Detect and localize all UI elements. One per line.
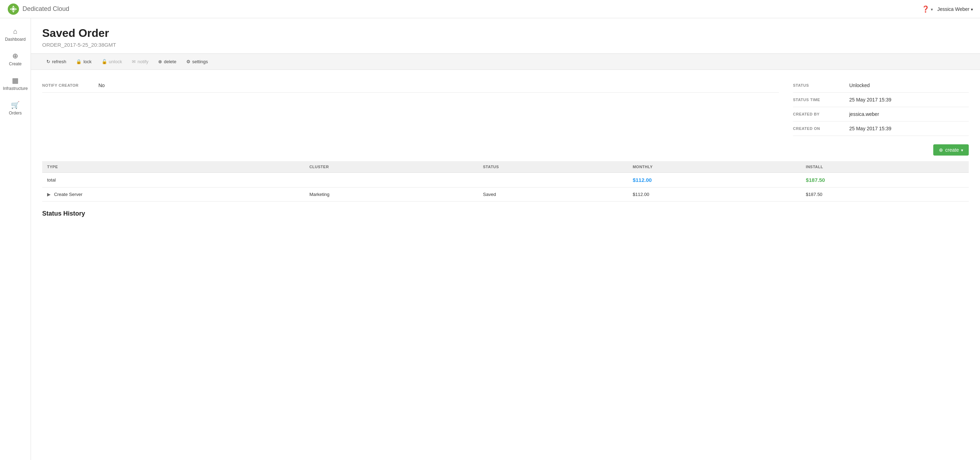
info-row-status-time: STATUS TIME 25 May 2017 15:39 — [793, 93, 969, 107]
refresh-button[interactable]: ↻ refresh — [42, 57, 70, 66]
sidebar-item-infrastructure[interactable]: ▦ Infrastructure — [0, 73, 30, 94]
row-status-cell: Saved — [478, 187, 628, 201]
lock-icon: 🔒 — [76, 59, 81, 64]
notify-creator-value: No — [99, 82, 105, 88]
infrastructure-icon: ▦ — [12, 76, 19, 85]
row-cluster-cell: Marketing — [304, 187, 478, 201]
status-history-title: Status History — [42, 210, 969, 217]
col-header-status: STATUS — [478, 161, 628, 173]
help-icon: ❓ — [922, 5, 929, 13]
create-btn-label: create — [945, 147, 959, 153]
centurylink-logo-icon — [7, 3, 20, 16]
svg-point-1 — [12, 8, 15, 11]
create-btn-row: ⊕ create — [31, 144, 980, 161]
status-time-label: STATUS TIME — [793, 98, 849, 102]
nav-right: ❓ Jessica Weber — [922, 5, 973, 13]
page-header: Saved Order ORDER_2017-5-25_20:38GMT — [31, 18, 980, 54]
info-row-notify-creator: NOTIFY CREATOR No — [42, 78, 779, 93]
sidebar-label-create: Create — [9, 62, 21, 67]
total-monthly-value: $112.00 — [633, 177, 652, 183]
total-monthly-cell: $112.00 — [628, 173, 801, 187]
sidebar: ⌂ Dashboard ⊕ Create ▦ Infrastructure 🛒 … — [0, 18, 31, 460]
sidebar-label-orders: Orders — [9, 111, 22, 116]
col-header-type: TYPE — [42, 161, 304, 173]
col-header-cluster: CLUSTER — [304, 161, 478, 173]
delete-icon: ⊗ — [158, 59, 162, 64]
table-header: TYPE CLUSTER STATUS MONTHLY INSTALL — [42, 161, 969, 173]
user-menu-button[interactable]: Jessica Weber — [937, 6, 973, 12]
info-left: NOTIFY CREATOR No — [42, 78, 779, 136]
row-expand-icon[interactable]: ▶ — [47, 192, 51, 197]
lock-label: lock — [83, 59, 91, 64]
status-time-value: 25 May 2017 15:39 — [849, 97, 891, 103]
help-chevron-icon — [931, 5, 933, 13]
notify-label: notify — [137, 59, 148, 64]
total-install-cell: $187.50 — [801, 173, 969, 187]
toolbar: ↻ refresh 🔒 lock 🔓 unlock ✉ notify ⊗ del… — [31, 54, 980, 70]
total-install-value: $187.50 — [806, 177, 825, 183]
row-type-value: Create Server — [54, 192, 83, 197]
total-type-cell: total — [42, 173, 304, 187]
unlock-button[interactable]: 🔓 unlock — [97, 57, 127, 66]
orders-table: TYPE CLUSTER STATUS MONTHLY INSTALL tota… — [42, 161, 969, 201]
app-title: Dedicated Cloud — [22, 5, 69, 13]
info-row-created-on: CREATED ON 25 May 2017 15:39 — [793, 122, 969, 136]
notify-icon: ✉ — [132, 59, 136, 64]
delete-button[interactable]: ⊗ delete — [154, 57, 180, 66]
status-label: STATUS — [793, 83, 849, 87]
lock-button[interactable]: 🔒 lock — [72, 57, 95, 66]
settings-label: settings — [192, 59, 208, 64]
notify-creator-label: NOTIFY CREATOR — [42, 83, 99, 87]
layout: ⌂ Dashboard ⊕ Create ▦ Infrastructure 🛒 … — [0, 18, 980, 460]
created-on-label: CREATED ON — [793, 127, 849, 131]
info-row-created-by: CREATED BY jessica.weber — [793, 107, 969, 122]
unlock-icon: 🔓 — [102, 59, 107, 64]
status-value: Unlocked — [849, 82, 870, 88]
refresh-label: refresh — [52, 59, 66, 64]
main-content: Saved Order ORDER_2017-5-25_20:38GMT ↻ r… — [31, 18, 980, 460]
sidebar-item-orders[interactable]: 🛒 Orders — [0, 97, 30, 119]
info-row-status: STATUS Unlocked — [793, 78, 969, 93]
created-by-label: CREATED BY — [793, 112, 849, 116]
user-chevron-icon — [971, 6, 973, 12]
info-right: STATUS Unlocked STATUS TIME 25 May 2017 … — [793, 78, 969, 136]
settings-button[interactable]: ⚙ settings — [182, 57, 212, 66]
create-button[interactable]: ⊕ create — [933, 144, 969, 155]
create-plus-icon: ⊕ — [939, 147, 943, 153]
row-monthly-cell: $112.00 — [628, 187, 801, 201]
total-cluster-cell — [304, 173, 478, 187]
sidebar-label-dashboard: Dashboard — [5, 37, 25, 42]
sidebar-label-infrastructure: Infrastructure — [3, 86, 28, 91]
logo: Dedicated Cloud — [7, 3, 69, 16]
page-subtitle: ORDER_2017-5-25_20:38GMT — [42, 42, 969, 48]
created-by-value: jessica.weber — [849, 111, 879, 117]
create-icon: ⊕ — [12, 52, 18, 60]
table-body: total $112.00 $187.50 ▶ Create Server — [42, 173, 969, 201]
help-button[interactable]: ❓ — [922, 5, 933, 13]
page-title: Saved Order — [42, 27, 969, 40]
settings-icon: ⚙ — [186, 59, 191, 64]
dashboard-icon: ⌂ — [13, 27, 17, 35]
unlock-label: unlock — [109, 59, 123, 64]
nav-left: Dedicated Cloud — [7, 3, 69, 16]
user-name-label: Jessica Weber — [937, 6, 969, 12]
total-status-cell — [478, 173, 628, 187]
create-chevron-icon — [961, 147, 963, 153]
col-header-install: INSTALL — [801, 161, 969, 173]
col-header-monthly: MONTHLY — [628, 161, 801, 173]
status-history-section: Status History — [31, 201, 980, 226]
delete-label: delete — [164, 59, 176, 64]
row-type-cell: ▶ Create Server — [42, 187, 304, 201]
created-on-value: 25 May 2017 15:39 — [849, 126, 891, 131]
table-row-create-server: ▶ Create Server Marketing Saved $112.00 … — [42, 187, 969, 201]
row-install-cell: $187.50 — [801, 187, 969, 201]
refresh-icon: ↻ — [46, 59, 50, 64]
sidebar-item-create[interactable]: ⊕ Create — [0, 48, 30, 70]
table-row-total: total $112.00 $187.50 — [42, 173, 969, 187]
top-nav: Dedicated Cloud ❓ Jessica Weber — [0, 0, 980, 18]
sidebar-item-dashboard[interactable]: ⌂ Dashboard — [0, 24, 30, 45]
orders-icon: 🛒 — [11, 101, 20, 109]
table-header-row: TYPE CLUSTER STATUS MONTHLY INSTALL — [42, 161, 969, 173]
info-section: NOTIFY CREATOR No STATUS Unlocked STATUS… — [31, 70, 980, 144]
notify-button[interactable]: ✉ notify — [127, 57, 153, 66]
